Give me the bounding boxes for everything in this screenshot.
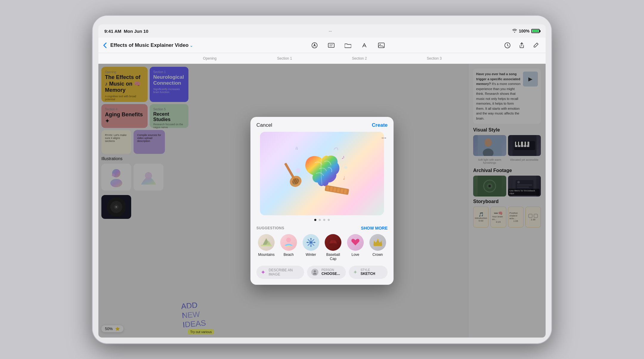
- toolbar-icon-gallery[interactable]: [377, 41, 386, 50]
- svg-point-71: [377, 239, 378, 240]
- toolbar-icon-circle-a[interactable]: [310, 41, 319, 50]
- svg-rect-70: [374, 245, 382, 246]
- suggestion-winter-icon: [303, 234, 319, 251]
- svg-point-67: [307, 242, 308, 243]
- svg-rect-1: [328, 43, 334, 47]
- svg-text:♬: ♬: [292, 182, 295, 186]
- create-button[interactable]: Create: [372, 122, 388, 128]
- toolbar-icon-lines[interactable]: [326, 41, 336, 50]
- carousel-dots: [250, 219, 394, 221]
- suggestion-beach-label: Beach: [284, 253, 294, 257]
- suggestion-beach[interactable]: Beach: [279, 234, 299, 261]
- tab-section1[interactable]: Section 1: [247, 56, 322, 61]
- svg-rect-62: [261, 245, 272, 246]
- status-bar-right: 100%: [512, 29, 540, 33]
- suggestion-mountains[interactable]: Mountains: [256, 234, 276, 261]
- person-label-bottom: CHOOSE...: [321, 272, 340, 276]
- main-content: Opening The Effects of ♪ Music on 🧠 Memo…: [98, 64, 546, 338]
- suggestion-love-label: Love: [352, 253, 359, 257]
- svg-text:♫: ♫: [295, 145, 298, 151]
- section-tabs: Opening Section 1 Section 2 Section 3: [98, 53, 546, 64]
- svg-point-72: [374, 241, 375, 242]
- wifi-icon: [512, 29, 517, 33]
- svg-text:♪: ♪: [341, 153, 346, 160]
- style-icon: ✦: [353, 269, 357, 276]
- style-label-top: STYLE: [360, 268, 375, 272]
- suggestions-items: Mountains: [256, 234, 388, 261]
- suggestions-section: SUGGESTIONS SHOW MORE Mountains: [250, 223, 394, 266]
- svg-point-74: [314, 270, 316, 272]
- status-bar-center: ···: [329, 29, 332, 33]
- describe-icon: ✦: [261, 269, 266, 276]
- toolbar-icon-folder[interactable]: [343, 41, 353, 50]
- suggestion-love[interactable]: Love: [346, 234, 366, 261]
- modal-bottom-inputs: ✦ DESCRIBE AN IMAGE PERSON CHOOSE...: [250, 266, 394, 285]
- describe-image-input[interactable]: ✦ DESCRIBE AN IMAGE: [256, 266, 304, 279]
- suggestion-winter[interactable]: Winter: [301, 234, 321, 261]
- svg-point-75: [313, 273, 317, 275]
- svg-point-65: [310, 238, 312, 239]
- svg-point-66: [310, 245, 312, 247]
- describe-label: DESCRIBE AN IMAGE: [269, 268, 300, 276]
- back-button[interactable]: [103, 42, 107, 48]
- style-input[interactable]: ✦ STYLE SKETCH: [349, 266, 388, 279]
- modal-overlay: Cancel Create: [98, 64, 546, 338]
- toolbar-icon-text-a[interactable]: [360, 41, 369, 50]
- svg-point-58: [296, 168, 301, 173]
- dot-3[interactable]: [323, 219, 325, 221]
- time-display: 9:41 AM: [104, 29, 121, 34]
- edit-button[interactable]: [531, 41, 541, 50]
- person-labels: PERSON CHOOSE...: [321, 268, 340, 276]
- ipad-frame: 9:41 AM Mon Jun 10 ··· 100%: [92, 16, 552, 343]
- suggestion-baseball-cap-label: Baseball Cap: [323, 253, 343, 261]
- date-display: Mon Jun 10: [124, 29, 148, 34]
- toolbar-center: [197, 41, 499, 50]
- svg-point-63: [286, 238, 291, 242]
- suggestion-winter-label: Winter: [306, 253, 316, 257]
- tab-opening[interactable]: Opening: [172, 56, 247, 61]
- share-button[interactable]: [517, 41, 527, 50]
- svg-point-73: [381, 241, 382, 242]
- suggestion-mountains-icon: [258, 234, 275, 251]
- style-labels: STYLE SKETCH: [360, 268, 375, 276]
- dot-1[interactable]: [314, 219, 316, 221]
- suggestion-mountains-label: Mountains: [258, 253, 275, 257]
- more-options-button[interactable]: ···: [381, 134, 386, 141]
- person-input[interactable]: PERSON CHOOSE...: [307, 266, 346, 279]
- ellipsis-icon: ···: [329, 29, 332, 33]
- suggestions-header: SUGGESTIONS SHOW MORE: [256, 226, 388, 230]
- svg-point-5: [380, 44, 381, 45]
- suggestion-love-icon: [347, 234, 364, 251]
- suggestion-baseball-cap[interactable]: Baseball Cap: [323, 234, 343, 261]
- toolbar-dropdown-icon: ⌄: [190, 43, 193, 48]
- cancel-button[interactable]: Cancel: [256, 122, 272, 128]
- modal-header: Cancel Create: [250, 117, 394, 132]
- toolbar: Effects of Music Explainer Video ⌄: [98, 38, 546, 53]
- suggestion-crown[interactable]: Crown: [368, 234, 388, 261]
- modal-image-container: ♪ ♫ ♩ ♬: [255, 132, 389, 215]
- dot-2[interactable]: [319, 219, 321, 221]
- suggestion-crown-icon: [369, 234, 386, 251]
- toolbar-right-icons: [503, 41, 541, 50]
- person-label-top: PERSON: [321, 268, 340, 272]
- status-bar: 9:41 AM Mon Jun 10 ··· 100%: [98, 24, 546, 38]
- ipad-screen: 9:41 AM Mon Jun 10 ··· 100%: [98, 24, 546, 338]
- brain-music-illustration: ♪ ♫ ♩ ♬: [283, 135, 361, 212]
- show-more-button[interactable]: SHOW MORE: [361, 226, 388, 230]
- toolbar-title-text: Effects of Music Explainer Video: [110, 42, 188, 48]
- modal-image-area: ♪ ♫ ♩ ♬: [260, 132, 384, 215]
- suggestions-label: SUGGESTIONS: [256, 226, 284, 230]
- status-bar-left: 9:41 AM Mon Jun 10: [104, 29, 148, 34]
- battery-icon: [531, 29, 540, 33]
- suggestion-crown-label: Crown: [372, 253, 383, 257]
- style-label-bottom: SKETCH: [360, 272, 375, 276]
- tab-section3[interactable]: Section 3: [397, 56, 472, 61]
- tab-section2[interactable]: Section 2: [322, 56, 397, 61]
- history-button[interactable]: [503, 41, 512, 50]
- dot-4[interactable]: [328, 219, 330, 221]
- toolbar-title-button[interactable]: Effects of Music Explainer Video ⌄: [110, 42, 193, 48]
- svg-point-64: [310, 242, 312, 243]
- svg-point-59: [344, 166, 347, 169]
- svg-point-68: [314, 242, 315, 243]
- suggestion-beach-icon: [280, 234, 297, 251]
